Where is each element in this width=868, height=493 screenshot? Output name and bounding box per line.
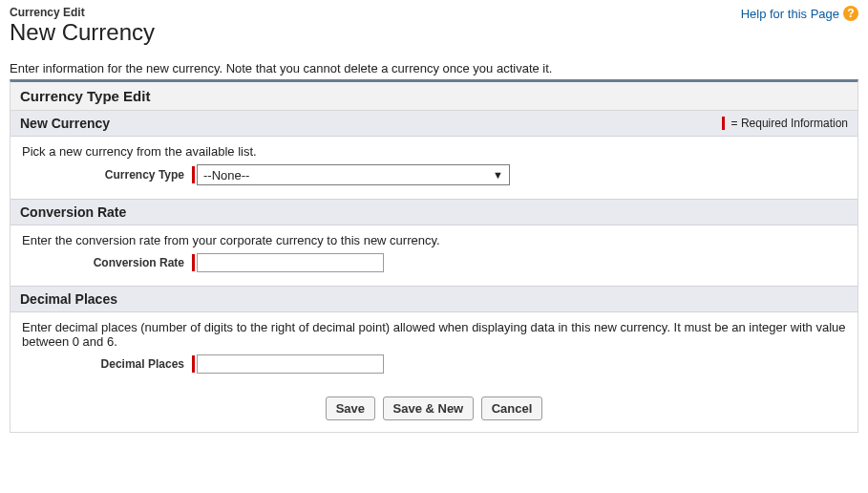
section-heading-decimals-label: Decimal Places bbox=[20, 291, 117, 307]
rate-desc: Enter the conversion rate from your corp… bbox=[22, 233, 846, 247]
required-legend-text: = Required Information bbox=[731, 117, 848, 130]
required-bar-decimals bbox=[192, 355, 195, 373]
decimal-places-label: Decimal Places bbox=[22, 357, 192, 371]
section-heading-currency: New Currency = Required Information bbox=[11, 111, 857, 137]
save-button[interactable]: Save bbox=[326, 397, 375, 420]
conversion-rate-input[interactable] bbox=[197, 253, 384, 272]
required-mark-icon bbox=[722, 117, 725, 130]
conversion-rate-label: Conversion Rate bbox=[22, 256, 192, 269]
section-heading-rate: Conversion Rate bbox=[11, 199, 857, 225]
button-row: Save Save & New Cancel bbox=[11, 387, 857, 432]
required-legend: = Required Information bbox=[722, 117, 848, 131]
help-link-label: Help for this Page bbox=[741, 7, 839, 21]
save-and-new-button[interactable]: Save & New bbox=[383, 397, 475, 420]
decimal-places-input[interactable] bbox=[197, 354, 384, 374]
chevron-down-icon: ▼ bbox=[493, 169, 503, 181]
decimals-desc: Enter decimal places (number of digits t… bbox=[22, 320, 846, 349]
section-heading-decimals: Decimal Places bbox=[11, 286, 857, 312]
required-bar-currency bbox=[192, 166, 195, 183]
edit-panel: Currency Type Edit New Currency = Requir… bbox=[10, 79, 858, 433]
currency-desc: Pick a new currency from the available l… bbox=[22, 144, 846, 159]
help-link[interactable]: Help for this Page ? bbox=[741, 6, 858, 21]
currency-type-label: Currency Type bbox=[22, 168, 192, 182]
help-icon: ? bbox=[843, 6, 858, 21]
breadcrumb: Currency Edit bbox=[10, 6, 155, 19]
panel-title: Currency Type Edit bbox=[11, 82, 857, 111]
required-bar-rate bbox=[192, 254, 195, 271]
section-heading-currency-label: New Currency bbox=[20, 116, 110, 131]
intro-text: Enter information for the new currency. … bbox=[10, 61, 858, 75]
currency-type-value: --None-- bbox=[203, 168, 249, 182]
page-title: New Currency bbox=[10, 19, 155, 46]
section-heading-rate-label: Conversion Rate bbox=[20, 204, 126, 220]
cancel-button[interactable]: Cancel bbox=[481, 397, 543, 420]
currency-type-select[interactable]: --None-- ▼ bbox=[197, 164, 510, 185]
